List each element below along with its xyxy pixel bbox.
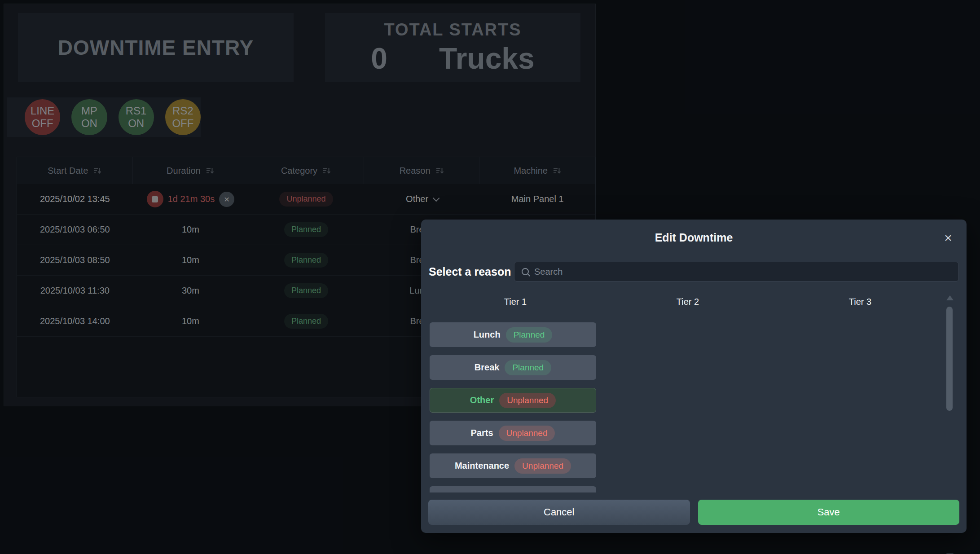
- tier-1-column: Lunch Planned Break Planned Other Unplan…: [429, 309, 597, 492]
- close-icon[interactable]: ×: [940, 230, 956, 246]
- reason-option-parts[interactable]: Parts Unplanned: [430, 421, 596, 445]
- scroll-up-icon[interactable]: [946, 295, 954, 300]
- select-reason-label: Select a reason: [429, 265, 514, 278]
- reason-option-partial[interactable]: [430, 486, 596, 492]
- modal-title: Edit Downtime: [655, 231, 733, 244]
- reason-option-lunch[interactable]: Lunch Planned: [430, 322, 596, 347]
- planned-badge: Planned: [505, 360, 551, 375]
- save-button[interactable]: Save: [698, 500, 960, 525]
- reason-search-box[interactable]: [514, 262, 959, 281]
- unplanned-badge: Unplanned: [514, 458, 571, 474]
- unplanned-badge: Unplanned: [499, 393, 556, 408]
- unplanned-badge: Unplanned: [499, 426, 555, 441]
- tier-2-label: Tier 2: [602, 297, 774, 307]
- search-icon: [522, 268, 529, 275]
- modal-footer: Cancel Save: [428, 500, 959, 525]
- reason-option-break[interactable]: Break Planned: [430, 355, 596, 380]
- reason-option-maintenance[interactable]: Maintenance Unplanned: [430, 453, 596, 478]
- planned-badge: Planned: [506, 327, 553, 343]
- cancel-button[interactable]: Cancel: [428, 500, 690, 525]
- edit-downtime-modal: Edit Downtime × Select a reason Tier 1 T…: [421, 220, 967, 533]
- modal-header: Edit Downtime ×: [421, 220, 967, 255]
- search-input[interactable]: [534, 267, 951, 277]
- tier-header-row: Tier 1 Tier 2 Tier 3: [429, 297, 946, 307]
- reason-option-other[interactable]: Other Unplanned: [430, 388, 596, 413]
- scrollbar-thumb[interactable]: [946, 307, 953, 411]
- tier-1-label: Tier 1: [429, 297, 602, 307]
- tier-3-label: Tier 3: [774, 297, 946, 307]
- reason-list-viewport: Lunch Planned Break Planned Other Unplan…: [429, 309, 946, 492]
